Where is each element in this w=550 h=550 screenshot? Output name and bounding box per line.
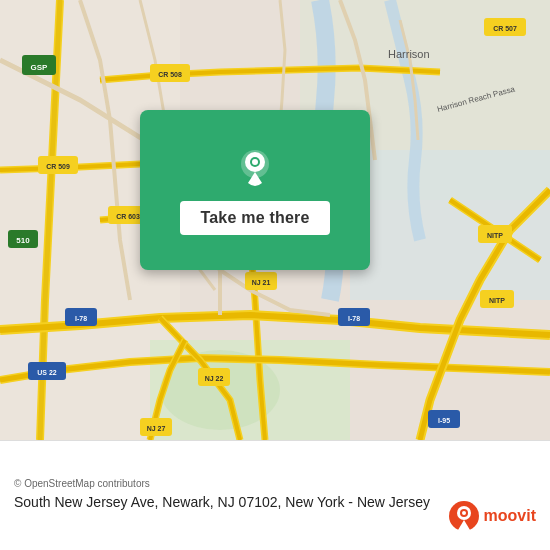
overlay-card: Take me there [140, 110, 370, 270]
svg-text:NITP: NITP [487, 232, 503, 239]
svg-text:CR 509: CR 509 [46, 163, 70, 170]
svg-text:NITP: NITP [489, 297, 505, 304]
moovit-logo: moovit [448, 500, 536, 532]
svg-text:I-78: I-78 [75, 315, 87, 322]
copyright-text: © OpenStreetMap contributors [14, 478, 536, 489]
svg-point-45 [462, 511, 466, 515]
moovit-brand-text: moovit [484, 507, 536, 525]
svg-text:I-95: I-95 [438, 417, 450, 424]
svg-point-41 [252, 159, 258, 165]
location-pin-icon [233, 145, 277, 189]
take-me-there-button[interactable]: Take me there [180, 201, 329, 235]
svg-text:GSP: GSP [31, 63, 49, 72]
map-container: GSP 510 CR 508 CR 509 CR 603 NJ 21 NJ 22… [0, 0, 550, 550]
svg-text:CR 508: CR 508 [158, 71, 182, 78]
svg-text:510: 510 [16, 236, 30, 245]
svg-text:NJ 27: NJ 27 [147, 425, 166, 432]
svg-text:CR 603: CR 603 [116, 213, 140, 220]
svg-text:CR 507: CR 507 [493, 25, 517, 32]
bottom-bar: © OpenStreetMap contributors South New J… [0, 440, 550, 550]
moovit-logo-icon [448, 500, 480, 532]
svg-text:I-78: I-78 [348, 315, 360, 322]
svg-text:Harrison: Harrison [388, 48, 430, 60]
svg-text:NJ 21: NJ 21 [252, 279, 271, 286]
svg-text:NJ 22: NJ 22 [205, 375, 224, 382]
svg-text:US 22: US 22 [37, 369, 57, 376]
